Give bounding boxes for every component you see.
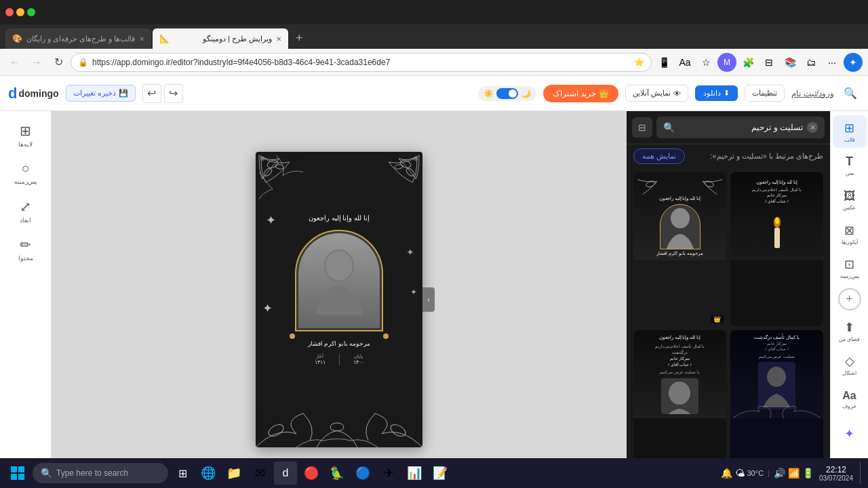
tool-background[interactable]: ○ پس‌زمینه [4,155,47,191]
browser-profile-icon[interactable]: M [717,53,736,72]
save-icon: 💾 [119,89,128,98]
browser-fav-bar-icon[interactable]: 📚 [781,53,800,72]
tool-dimensions[interactable]: ⤢ ابعاد [4,192,47,229]
tray-notification-icon[interactable]: 🔔 [721,468,732,479]
windows-logo-icon [11,466,24,480]
taskbar-search-icon: 🔍 [41,468,52,479]
taskbar-excel-icon[interactable]: 📊 [403,462,426,485]
browser-more-icon[interactable]: ··· [823,53,842,72]
design-canvas[interactable]: ✦ ✦ ✦ ✦ إنا لله وإنا إليه راجعون [256,152,422,447]
svg-point-15 [671,208,690,228]
tab-templates[interactable]: 🎨 قالب‌ها و طرح‌های حرفه‌ای و رایگان ✕ [5,28,151,49]
download-icon: ⬇ [724,89,730,98]
online-button[interactable]: 👁 نمایش آنلاین [625,85,688,102]
template-card-2[interactable]: إنا لله وإنا إليه راجعون با کمال تأسف اع… [730,172,823,326]
redo-button[interactable]: ↪ [164,84,183,103]
canvas-next-arrow[interactable]: › [422,287,435,312]
sidebar-tool-qaleb[interactable]: ⊞ قالب [833,115,867,148]
taskbar-parrot-icon[interactable]: 🦜 [326,462,349,485]
tool-layers[interactable]: ⊞ لایه‌ها [4,117,47,153]
browser-collect-icon[interactable]: 🗂 [802,53,821,72]
new-tab-button[interactable]: + [290,28,309,47]
undo-button[interactable]: ↩ [142,84,161,103]
svg-point-17 [775,218,779,224]
search-input[interactable] [679,123,803,132]
logo[interactable]: d domingo [8,85,59,102]
sidebar-aks-label: عکس [843,205,856,211]
sidebar-tool-matn[interactable]: T متن [833,149,867,182]
taskbar-chrome-icon[interactable]: 🔵 [351,462,374,485]
svg-point-6 [395,164,403,169]
sidebar-tool-ikonha[interactable]: ⊠ آیکون‌ها [833,218,867,250]
sidebar-tool-fazay-man[interactable]: ⬆ فضای من [833,314,867,347]
background-icon: ○ [21,161,29,176]
browser-app-icon[interactable]: 📱 [654,53,673,72]
search-filter-button[interactable]: ⊟ [632,117,652,138]
browser-ext-icon[interactable]: 🧩 [738,53,757,72]
save-button[interactable]: 💾 ذخیره تغییرات [66,85,136,102]
arch-dot-left [290,333,295,339]
tray-show-desktop[interactable] [860,462,863,484]
tool-background-label: پس‌زمینه [14,178,37,185]
sidebar-qaleb-label: قالب [844,137,855,143]
sidebar-horoof-label: حروف [842,403,856,409]
person-silhouette [312,247,366,314]
search-box[interactable]: 🔍 ✕ [656,117,825,138]
content-icon: ✏ [20,237,31,253]
tab-close-2[interactable]: ✕ [276,35,281,43]
tab-editor[interactable]: 📐 ویرایش طرح | دومینگو ✕ [153,28,288,49]
tab-title-1: قالب‌ها و طرح‌های حرفه‌ای و رایگان [26,35,135,43]
tool-content[interactable]: ✏ محتوا [4,230,47,267]
login-button[interactable]: ورود/ثبت نام [791,89,834,98]
tab-title-2: ویرایش طرح | دومینگو [174,35,272,43]
sidebar-tool-horoof[interactable]: Aa حروف [833,383,867,415]
download-button[interactable]: ⬇ دانلود [695,85,738,101]
browser-fav-icon[interactable]: ☆ [696,53,715,72]
taskbar-word-icon[interactable]: 📝 [429,462,452,485]
ikonha-icon: ⊠ [844,223,854,238]
sidebar-tool-ai[interactable]: ✦ [833,417,867,449]
taskbar: 🔍 Type here to search ⊞ 🌐 📁 ✉ d 🔴 🦜 🔵 ✈ … [0,458,868,488]
tool-content-label: محتوا [18,255,33,262]
paszamine-icon: ⊡ [844,257,854,272]
browser-read-icon[interactable]: Aa [675,53,694,72]
tray-clock[interactable]: 22:12 03/07/2024 [816,464,856,483]
tray-volume-icon[interactable]: 🔊 [774,468,785,479]
sparkle-2: ✦ [406,247,414,258]
nav-forward-button[interactable]: → [27,53,46,72]
sparkle-3: ✦ [262,301,273,316]
search-icon-header[interactable]: 🔍 [841,84,860,103]
taskbar-search-box[interactable]: 🔍 Type here to search [33,463,168,483]
start-button[interactable] [5,461,30,485]
tray-network-icon[interactable]: 📶 [788,468,800,479]
browser-copilot-icon[interactable]: ✦ [844,53,863,72]
sidebar-tool-paszamine[interactable]: ⊡ پس‌زمینه [833,251,867,284]
template-card-1[interactable]: إنا لله وإنا إليه راجعون مرحومه بانو اکر… [633,172,726,326]
taskbar-red-icon[interactable]: 🔴 [300,462,323,485]
sidebar-tool-aks[interactable]: 🖼 عکس [833,184,867,216]
sidebar-tool-shakal[interactable]: ◇ اشکال [833,349,867,382]
taskbar-domingo-icon[interactable]: d [274,462,297,485]
floral-top-left [256,152,317,213]
tab-close-1[interactable]: ✕ [139,35,144,43]
subscribe-button[interactable]: 👑 خرید اشتراک [543,85,618,102]
taskbar-view-button[interactable]: ⊞ [171,462,194,485]
address-bar[interactable]: 🔒 https://app.domingo.ir/editor?industry… [71,53,652,72]
taskbar-explorer-icon[interactable]: 📁 [222,462,245,485]
sparkle-4: ✦ [410,287,417,297]
nav-refresh-button[interactable]: ↻ [49,53,68,72]
browser-split-icon[interactable]: ⊟ [760,53,778,72]
taskbar-mail-icon[interactable]: ✉ [248,462,271,485]
svg-point-11 [389,422,408,439]
template3-person [661,378,698,415]
tray-battery-icon: 🔋 [802,468,814,479]
settings-button[interactable]: تنظیمات [745,85,785,102]
sidebar-add-button[interactable]: + [838,288,861,310]
nav-back-button[interactable]: ← [5,53,24,72]
taskbar-edge-icon[interactable]: 🌐 [197,462,220,485]
show-all-button[interactable]: نمایش همه [633,148,685,164]
theme-toggle[interactable]: ☀️ 🌙 [478,86,536,101]
taskbar-telegram-icon[interactable]: ✈ [377,462,400,485]
search-clear-icon[interactable]: ✕ [807,122,818,133]
sidebar-fazay-man-label: فضای من [839,336,860,342]
